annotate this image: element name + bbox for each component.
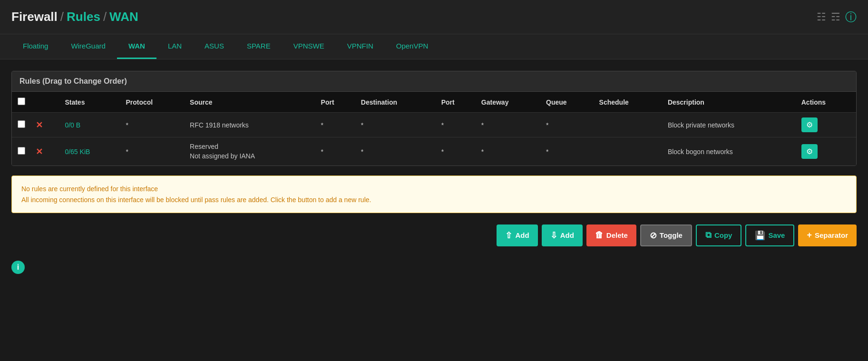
warning-line2: All incoming connections on this interfa…	[21, 195, 847, 205]
tab-openvpn[interactable]: OpenVPN	[385, 34, 440, 59]
tab-lan[interactable]: LAN	[156, 34, 193, 59]
separator-icon: +	[807, 230, 812, 240]
row2-source-line1: Reserved	[190, 143, 218, 150]
delete-button[interactable]: 🗑 Delete	[586, 224, 636, 246]
row2-gateway: *	[477, 137, 541, 166]
save-icon: 💾	[755, 230, 765, 241]
col-description: Description	[663, 92, 797, 113]
tab-spare[interactable]: SPARE	[235, 34, 282, 59]
row1-destination: *	[356, 113, 437, 137]
row2-queue: *	[541, 137, 595, 166]
separator-button[interactable]: + Separator	[798, 224, 857, 246]
row1-port: *	[316, 113, 356, 137]
add-down-button[interactable]: ⇩ Add	[542, 224, 583, 246]
save-button[interactable]: 💾 Save	[745, 224, 794, 246]
row2-description: Block bogon networks	[663, 137, 797, 166]
row2-destination: *	[356, 137, 437, 166]
col-schedule: Schedule	[595, 92, 663, 113]
breadcrumb-sep2: /	[103, 10, 107, 24]
row1-dest-port: *	[437, 113, 477, 137]
row2-states: 0/65 KiB	[60, 137, 121, 166]
save-label: Save	[768, 231, 785, 239]
list-icon[interactable]: ☶	[831, 11, 840, 23]
main-content: Rules (Drag to Change Order) States Prot…	[0, 59, 868, 290]
add-up-icon: ⇧	[505, 230, 512, 241]
row1-source: RFC 1918 networks	[185, 113, 316, 137]
row2-dest-port: *	[437, 137, 477, 166]
col-destination: Destination	[356, 92, 437, 113]
row2-port: *	[316, 137, 356, 166]
tab-floating[interactable]: Floating	[11, 34, 59, 59]
toggle-button[interactable]: ⊘ Toggle	[640, 224, 692, 246]
warning-box: No rules are currently defined for this …	[11, 176, 857, 213]
row2-checkbox-cell	[12, 137, 31, 166]
tab-vpnswe[interactable]: VPNSWE	[282, 34, 336, 59]
breadcrumb: Firewall / Rules / WAN	[11, 10, 138, 24]
delete-label: Delete	[606, 231, 628, 239]
row2-states-link[interactable]: 0/65 KiB	[65, 148, 90, 156]
col-states: States	[60, 92, 121, 113]
col-checkbox	[12, 92, 31, 113]
breadcrumb-rules[interactable]: Rules	[67, 10, 100, 24]
action-buttons: ⇧ Add ⇩ Add 🗑 Delete ⊘ Toggle ⧉ Copy 💾 S…	[11, 224, 857, 256]
add-up-label: Add	[515, 231, 529, 239]
row2-actions: ⚙	[797, 137, 856, 166]
copy-label: Copy	[714, 231, 732, 239]
col-queue: Queue	[541, 92, 595, 113]
row1-gateway: *	[477, 113, 541, 137]
tab-wireguard[interactable]: WireGuard	[59, 34, 117, 59]
row1-source-text: RFC 1918 networks	[190, 121, 249, 129]
info-icon-label: i	[17, 263, 19, 272]
row1-protocol: *	[121, 113, 185, 137]
row1-checkbox-cell	[12, 113, 31, 137]
col-port: Port	[316, 92, 356, 113]
row1-gear-button[interactable]: ⚙	[801, 117, 818, 132]
col-protocol: Protocol	[121, 92, 185, 113]
add-down-icon: ⇩	[550, 230, 557, 241]
separator-label: Separator	[815, 231, 848, 239]
row1-description: Block private networks	[663, 113, 797, 137]
add-up-button[interactable]: ⇧ Add	[497, 224, 537, 246]
tab-wan[interactable]: WAN	[117, 34, 156, 59]
col-gateway: Gateway	[477, 92, 541, 113]
tabs-bar: Floating WireGuard WAN LAN ASUS SPARE VP…	[0, 34, 868, 59]
row2-protocol: *	[121, 137, 185, 166]
table-header-row: States Protocol Source Port Destination …	[12, 92, 856, 113]
breadcrumb-firewall: Firewall	[11, 10, 58, 24]
col-status	[31, 92, 60, 113]
help-icon[interactable]: ⓘ	[845, 10, 857, 25]
row2-gear-button[interactable]: ⚙	[801, 144, 818, 159]
col-dest-port: Port	[437, 92, 477, 113]
row1-block-icon: ✕	[36, 120, 43, 130]
row2-status: ✕	[31, 137, 60, 166]
info-circle-button[interactable]: i	[11, 261, 25, 274]
row1-checkbox[interactable]	[18, 120, 25, 128]
col-source: Source	[185, 92, 316, 113]
row2-checkbox[interactable]	[18, 147, 25, 155]
add-down-label: Add	[560, 231, 574, 239]
breadcrumb-sep1: /	[60, 10, 64, 24]
row2-schedule	[595, 137, 663, 166]
row1-states: 0/0 B	[60, 113, 121, 137]
row1-queue: *	[541, 113, 595, 137]
page-header: Firewall / Rules / WAN ☷ ☶ ⓘ	[0, 0, 868, 34]
table-row: ✕ 0/65 KiB * Reserved Not assigned by IA…	[12, 137, 856, 166]
row1-status: ✕	[31, 113, 60, 137]
delete-icon: 🗑	[595, 230, 604, 240]
row2-block-icon: ✕	[36, 147, 43, 156]
col-actions: Actions	[797, 92, 856, 113]
copy-icon: ⧉	[705, 230, 712, 240]
row2-source: Reserved Not assigned by IANA	[185, 137, 316, 166]
tab-vpnfin[interactable]: VPNFIN	[336, 34, 385, 59]
row2-source-line2: Not assigned by IANA	[190, 152, 255, 160]
copy-button[interactable]: ⧉ Copy	[696, 224, 742, 246]
breadcrumb-wan[interactable]: WAN	[109, 10, 138, 24]
warning-line1: No rules are currently defined for this …	[21, 184, 847, 194]
row1-actions: ⚙	[797, 113, 856, 137]
toggle-label: Toggle	[660, 231, 683, 239]
select-all-checkbox[interactable]	[18, 98, 25, 105]
tab-asus[interactable]: ASUS	[193, 34, 235, 59]
list-detail-icon[interactable]: ☷	[817, 11, 826, 23]
row1-schedule	[595, 113, 663, 137]
row1-states-link[interactable]: 0/0 B	[65, 121, 80, 129]
